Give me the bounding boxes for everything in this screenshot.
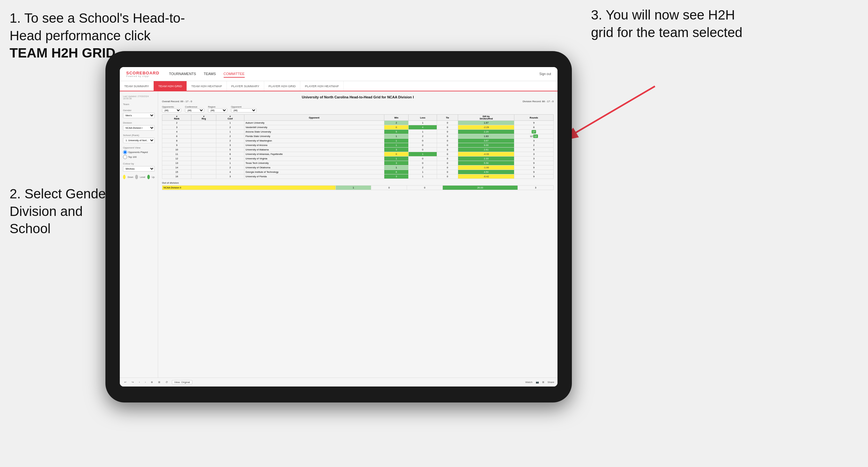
opponent-label: Opponent [231,105,256,108]
cell-rank: 2 [162,121,191,125]
cell-tie: 0 [437,170,458,175]
cell-conf: 4 [216,170,244,175]
cell-rank: 16 [162,175,191,179]
cell-loss: 0 [409,138,437,143]
col-diff: Diff AvStrokes/Rnd [458,115,514,121]
region-select[interactable]: (All) [208,108,227,113]
table-header: #Rank #Reg #Conf Opponent Win Loss Tie D… [162,115,554,121]
share-btn[interactable]: Share [548,381,554,384]
division-record: Division Record: 88 - 17 - 0 [523,100,554,103]
legend-down: Down [127,176,133,178]
color-dot-level [135,175,138,179]
logo-sub: Powered by clippi [126,75,159,77]
opponents-select[interactable]: (All) [162,108,181,113]
nav-committee[interactable]: COMMITTEE [224,71,245,77]
cell-loss: 0 [409,143,437,148]
view-original[interactable]: View: Original [172,380,192,384]
forward-btn[interactable]: › [144,380,147,384]
logo-text: SCOREBOARD [126,71,159,75]
subnav-team-h2h-grid[interactable]: TEAM H2H GRID [154,81,187,91]
timestamp-time: 16:55:38 [123,97,155,100]
cell-opponent: University of Arizona [244,143,384,148]
cell-diff: -6.42 [458,175,514,179]
division-label: Division [123,121,155,124]
subnav: TEAM SUMMARY TEAM H2H GRID TEAM H2H HEAT… [120,81,557,91]
out-division-name: NCAA Division II [162,186,336,190]
cell-diff: 2.29 [458,130,514,134]
step1-text: 1. To see a School's Head-to-Head perfor… [9,10,185,43]
colour-select[interactable]: Win/loss [123,166,155,172]
cell-tie: 0 [437,130,458,134]
navbar-links: TOURNAMENTS TEAMS COMMITTEE [169,71,539,77]
subnav-player-summary[interactable]: PLAYER SUMMARY [227,81,264,91]
back-btn[interactable]: ‹ [138,380,141,384]
table-row: 12 3 University of Virginia 1 0 0 2.33 3 [162,157,554,161]
radio-opponents-played-input[interactable] [123,150,127,154]
cell-win: 1 [384,143,409,148]
toolbar-right: Watch 📷 ⊞ Share [525,381,554,384]
radio-opponents-played[interactable]: Opponents Played [123,150,155,154]
subnav-player-h2h-grid[interactable]: PLAYER H2H GRID [264,81,301,91]
cell-rounds: 12 12 [514,134,554,138]
out-division-row: NCAA Division II 1 0 0 26.00 3 [162,186,554,190]
cell-win: 5 [384,130,409,134]
sidebar-opponent-view-section: Opponent View Opponents Played Top 100 [123,146,155,159]
grid-area: University of North Carolina Head-to-Hea… [158,91,557,378]
grid-title: University of North Carolina Head-to-Hea… [162,95,554,99]
subnav-team-summary[interactable]: TEAM SUMMARY [120,81,154,91]
out-division-loss: 0 [371,186,407,190]
division-select[interactable]: NCAA Division I [123,125,155,131]
cell-diff: 1.83 [458,134,514,138]
cell-rounds: 8 [514,125,554,130]
nav-tournaments[interactable]: TOURNAMENTS [169,71,196,77]
cell-reg [191,143,216,148]
filter-row: Opponents: (All) Conference (All) Region [162,105,554,113]
cell-loss: 1 [409,130,437,134]
table-row: 6 2 Florida State University 1 2 0 1.83 … [162,134,554,138]
cell-opponent: Vanderbilt University [244,125,384,130]
cell-opponent: University of Virginia [244,157,384,161]
color-dot-up [147,175,150,179]
cell-reg [191,121,216,125]
opponent-select[interactable]: (All) [231,108,256,113]
subnav-team-h2h-heatmap[interactable]: TEAM H2H HEATMAP [187,81,227,91]
cell-reg [191,125,216,130]
school-select[interactable]: 1. University of Nort... [123,138,155,143]
cell-loss: 1 [409,175,437,179]
navbar: SCOREBOARD Powered by clippi TOURNAMENTS… [120,67,557,81]
toolbar: ↩ ↪ ‹ › ⊕ ⊞ ⏱ View: Original Watch 📷 ⊞ S… [120,378,557,386]
redo-btn[interactable]: ↪ [130,380,135,384]
radio-top100[interactable]: Top 100 [123,155,155,159]
col-conf: #Conf [216,115,244,121]
cell-opponent: University of Alabama [244,148,384,152]
grid-btn[interactable]: ⊞ [542,381,545,384]
cell-win: 1 [384,165,409,170]
radio-top100-input[interactable] [123,155,127,159]
table-row: 8 2 University of Washington 1 0 0 3.67 … [162,138,554,143]
copy-btn[interactable]: ⊕ [150,380,154,384]
cell-diff: 9.00 [458,143,514,148]
timestamp-label: Last Updated: 27/03/2024 [123,95,155,97]
undo-btn[interactable]: ↩ [123,380,128,384]
cell-rounds: 3 [514,138,554,143]
col-win: Win [384,115,409,121]
conference-select[interactable]: (All) [185,108,204,113]
out-division-table: NCAA Division II 1 0 0 26.00 3 [162,185,554,190]
cell-rounds: 9 [514,170,554,175]
sign-out[interactable]: Sign out [539,72,551,76]
gender-select[interactable]: Men's [123,113,155,118]
table-row: 9 3 University of Arizona 1 0 0 9.00 2 [162,143,554,148]
sidebar-team-section: Team [123,103,155,106]
cell-rounds: 9 [514,161,554,165]
gender-label: Gender [123,109,155,112]
out-division-label: Out of division [162,181,554,184]
paste-btn[interactable]: ⊞ [157,380,162,384]
cell-conf: 6 [216,152,244,157]
nav-teams[interactable]: TEAMS [204,71,216,77]
camera-btn[interactable]: 📷 [536,381,539,384]
watch-btn[interactable]: Watch [525,381,532,384]
cell-reg [191,152,216,157]
clock-btn[interactable]: ⏱ [164,380,169,384]
cell-win: 0 [384,152,409,157]
subnav-player-h2h-heatmap[interactable]: PLAYER H2H HEATMAP [300,81,343,91]
